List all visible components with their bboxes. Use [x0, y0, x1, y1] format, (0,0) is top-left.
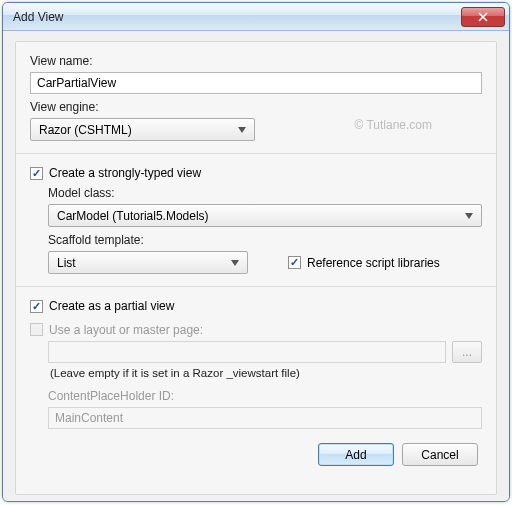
ref-scripts-checkbox[interactable]	[288, 256, 301, 269]
view-name-label: View name:	[30, 54, 482, 68]
ellipsis-icon: ...	[462, 345, 472, 359]
view-name-input[interactable]	[30, 72, 482, 94]
model-class-value: CarModel (Tutorial5.Models)	[57, 209, 461, 223]
scaffold-template-label: Scaffold template:	[48, 233, 482, 247]
view-engine-select[interactable]: Razor (CSHTML)	[30, 118, 255, 141]
titlebar: Add View	[3, 3, 509, 31]
use-layout-checkbox	[30, 323, 43, 336]
view-engine-value: Razor (CSHTML)	[39, 123, 234, 137]
view-engine-label: View engine:	[30, 100, 482, 114]
partial-view-checkbox[interactable]	[30, 300, 43, 313]
chevron-down-icon	[227, 260, 243, 266]
divider	[16, 153, 496, 154]
model-class-select[interactable]: CarModel (Tutorial5.Models)	[48, 204, 482, 227]
strongly-typed-group: Model class: CarModel (Tutorial5.Models)…	[48, 184, 482, 274]
scaffold-template-value: List	[57, 256, 227, 270]
dialog-body: © Tutlane.com View name: View engine: Ra…	[3, 31, 509, 501]
layout-hint: (Leave empty if it is set in a Razor _vi…	[50, 367, 482, 379]
layout-path-row: ...	[48, 341, 482, 363]
scaffold-row: List Reference script libraries	[48, 251, 482, 274]
chevron-down-icon	[461, 213, 477, 219]
ref-scripts-label: Reference script libraries	[307, 256, 440, 270]
cancel-button[interactable]: Cancel	[402, 443, 478, 466]
ref-scripts-row[interactable]: Reference script libraries	[288, 256, 440, 270]
add-view-dialog: Add View © Tutlane.com View name: View e…	[2, 2, 510, 502]
strongly-typed-label: Create a strongly-typed view	[49, 166, 201, 180]
partial-view-label: Create as a partial view	[49, 299, 174, 313]
close-icon	[478, 12, 488, 22]
model-class-label: Model class:	[48, 186, 482, 200]
form-panel: © Tutlane.com View name: View engine: Ra…	[15, 41, 497, 495]
use-layout-row: Use a layout or master page:	[30, 321, 482, 337]
cph-label: ContentPlaceHolder ID:	[48, 389, 482, 403]
cph-input	[48, 407, 482, 429]
scaffold-template-select[interactable]: List	[48, 251, 248, 274]
close-button[interactable]	[461, 7, 505, 27]
watermark: © Tutlane.com	[354, 118, 432, 132]
layout-group: ... (Leave empty if it is set in a Razor…	[48, 341, 482, 429]
use-layout-label: Use a layout or master page:	[49, 323, 203, 337]
strongly-typed-row[interactable]: Create a strongly-typed view	[30, 166, 482, 180]
strongly-typed-checkbox[interactable]	[30, 167, 43, 180]
layout-path-input	[48, 341, 446, 363]
add-button[interactable]: Add	[318, 443, 394, 466]
window-title: Add View	[13, 10, 461, 24]
divider	[16, 286, 496, 287]
chevron-down-icon	[234, 127, 250, 133]
partial-view-row[interactable]: Create as a partial view	[30, 299, 482, 313]
browse-button: ...	[452, 341, 482, 363]
dialog-footer: Add Cancel	[30, 433, 482, 468]
